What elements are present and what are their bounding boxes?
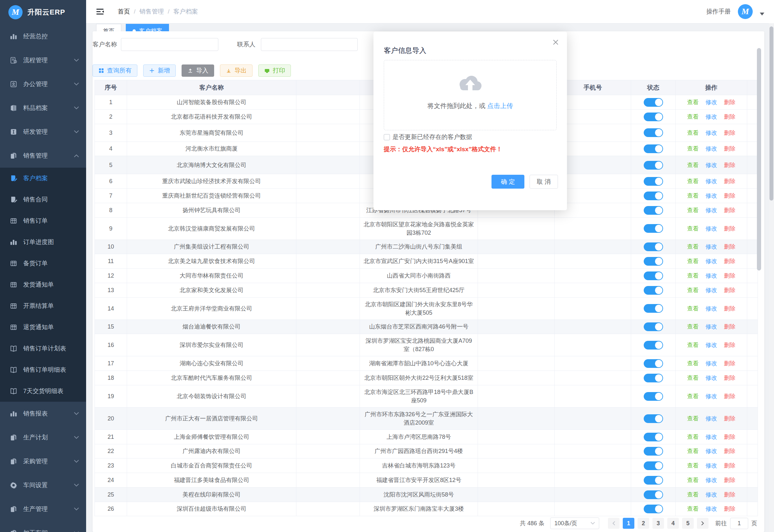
confirm-button[interactable]: 确 定 <box>491 175 524 189</box>
status-toggle[interactable] <box>644 161 663 170</box>
view-link[interactable]: 查看 <box>687 305 699 312</box>
edit-link[interactable]: 修改 <box>706 415 717 422</box>
status-toggle[interactable] <box>644 286 663 295</box>
delete-link[interactable]: 删除 <box>724 477 736 483</box>
breadcrumb-home[interactable]: 首页 <box>118 7 130 16</box>
查询所有-button[interactable]: 查询所有 <box>93 64 137 77</box>
sidebar-item-流程管理[interactable]: 流程管理 <box>0 48 86 72</box>
status-toggle[interactable] <box>644 144 663 153</box>
打印-button[interactable]: 打印 <box>258 64 291 77</box>
delete-link[interactable]: 删除 <box>724 448 736 454</box>
delete-link[interactable]: 删除 <box>724 375 736 381</box>
edit-link[interactable]: 修改 <box>706 258 717 264</box>
edit-link[interactable]: 修改 <box>706 207 717 213</box>
view-link[interactable]: 查看 <box>687 462 699 469</box>
view-link[interactable]: 查看 <box>687 145 699 152</box>
status-toggle[interactable] <box>644 192 663 200</box>
edit-link[interactable]: 修改 <box>706 287 717 293</box>
upload-dropzone[interactable]: 将文件拖到此处，或 点击上传 <box>384 60 557 130</box>
view-link[interactable]: 查看 <box>687 258 699 264</box>
page-scrollbar-thumb[interactable] <box>769 26 773 201</box>
page-button-5[interactable]: 5 <box>682 518 694 529</box>
status-toggle[interactable] <box>644 414 663 423</box>
edit-link[interactable]: 修改 <box>706 462 717 469</box>
status-toggle[interactable] <box>644 447 663 456</box>
edit-link[interactable]: 修改 <box>706 323 717 330</box>
status-toggle[interactable] <box>644 505 663 513</box>
edit-link[interactable]: 修改 <box>706 145 717 152</box>
导出-button[interactable]: 导出 <box>220 64 253 77</box>
edit-link[interactable]: 修改 <box>706 305 717 312</box>
sidebar-item-退货通知单[interactable]: 退货通知单 <box>0 317 86 338</box>
sidebar-item-料品档案[interactable]: 料品档案 <box>0 96 86 120</box>
sidebar-item-开票结算单[interactable]: 开票结算单 <box>0 295 86 317</box>
view-link[interactable]: 查看 <box>687 113 699 120</box>
delete-link[interactable]: 删除 <box>724 192 736 199</box>
update-existing-checkbox[interactable] <box>384 134 390 140</box>
cancel-button[interactable]: 取 消 <box>530 175 558 189</box>
delete-link[interactable]: 删除 <box>724 207 736 213</box>
delete-link[interactable]: 删除 <box>724 178 736 184</box>
page-scrollbar-track[interactable] <box>769 23 774 532</box>
edit-link[interactable]: 修改 <box>706 448 717 454</box>
sidebar-item-车间设置[interactable]: 车间设置 <box>0 473 86 497</box>
goto-page-input[interactable] <box>730 518 748 529</box>
edit-link[interactable]: 修改 <box>706 477 717 483</box>
view-link[interactable]: 查看 <box>687 477 699 483</box>
delete-link[interactable]: 删除 <box>724 360 736 367</box>
sidebar-item-销售合同[interactable]: 销售合同 <box>0 189 86 210</box>
manual-link[interactable]: 操作手册 <box>706 7 731 16</box>
close-icon[interactable] <box>552 39 559 46</box>
customer-name-input[interactable] <box>121 38 218 51</box>
view-link[interactable]: 查看 <box>687 448 699 454</box>
sidebar-item-研发管理[interactable]: 研发管理 <box>0 120 86 144</box>
delete-link[interactable]: 删除 <box>724 99 736 105</box>
delete-link[interactable]: 删除 <box>724 491 736 498</box>
view-link[interactable]: 查看 <box>687 506 699 512</box>
sidebar-item-备货订单[interactable]: 备货订单 <box>0 253 86 274</box>
status-toggle[interactable] <box>644 128 663 137</box>
sidebar-item-销售订单计划表[interactable]: 销售订单计划表 <box>0 338 86 359</box>
view-link[interactable]: 查看 <box>687 272 699 279</box>
avatar[interactable]: M <box>738 4 753 19</box>
edit-link[interactable]: 修改 <box>706 192 717 199</box>
page-button-1[interactable]: 1 <box>623 518 634 529</box>
status-toggle[interactable] <box>644 304 663 313</box>
view-link[interactable]: 查看 <box>687 207 699 213</box>
view-link[interactable]: 查看 <box>687 99 699 105</box>
delete-link[interactable]: 删除 <box>724 415 736 422</box>
sidebar-item-生产管理[interactable]: 生产管理 <box>0 497 86 521</box>
delete-link[interactable]: 删除 <box>724 462 736 469</box>
view-link[interactable]: 查看 <box>687 393 699 399</box>
edit-link[interactable]: 修改 <box>706 130 717 136</box>
status-toggle[interactable] <box>644 392 663 401</box>
edit-link[interactable]: 修改 <box>706 434 717 440</box>
delete-link[interactable]: 删除 <box>724 145 736 152</box>
page-button-2[interactable]: 2 <box>638 518 649 529</box>
user-menu-caret-icon[interactable] <box>760 13 764 15</box>
sidebar-item-发货通知单[interactable]: 发货通知单 <box>0 274 86 295</box>
sidebar-item-办公管理[interactable]: 办公管理 <box>0 72 86 96</box>
status-toggle[interactable] <box>644 113 663 121</box>
status-toggle[interactable] <box>644 341 663 350</box>
delete-link[interactable]: 删除 <box>724 393 736 399</box>
sidebar-item-销售订单[interactable]: 销售订单 <box>0 210 86 232</box>
导入-button[interactable]: 导入 <box>182 64 214 77</box>
contact-input[interactable] <box>261 38 358 51</box>
view-link[interactable]: 查看 <box>687 434 699 440</box>
view-link[interactable]: 查看 <box>687 415 699 422</box>
click-upload-link[interactable]: 点击上传 <box>487 102 513 109</box>
edit-link[interactable]: 修改 <box>706 506 717 512</box>
status-toggle[interactable] <box>644 206 663 215</box>
delete-link[interactable]: 删除 <box>724 243 736 250</box>
status-toggle[interactable] <box>644 359 663 368</box>
page-button-4[interactable]: 4 <box>667 518 679 529</box>
delete-link[interactable]: 删除 <box>724 258 736 264</box>
status-toggle[interactable] <box>644 271 663 280</box>
delete-link[interactable]: 删除 <box>724 130 736 136</box>
sidebar-item-采购管理[interactable]: 采购管理 <box>0 449 86 473</box>
sidebar-item-订单进度图[interactable]: 订单进度图 <box>0 232 86 253</box>
edit-link[interactable]: 修改 <box>706 393 717 399</box>
edit-link[interactable]: 修改 <box>706 178 717 184</box>
view-link[interactable]: 查看 <box>687 360 699 367</box>
